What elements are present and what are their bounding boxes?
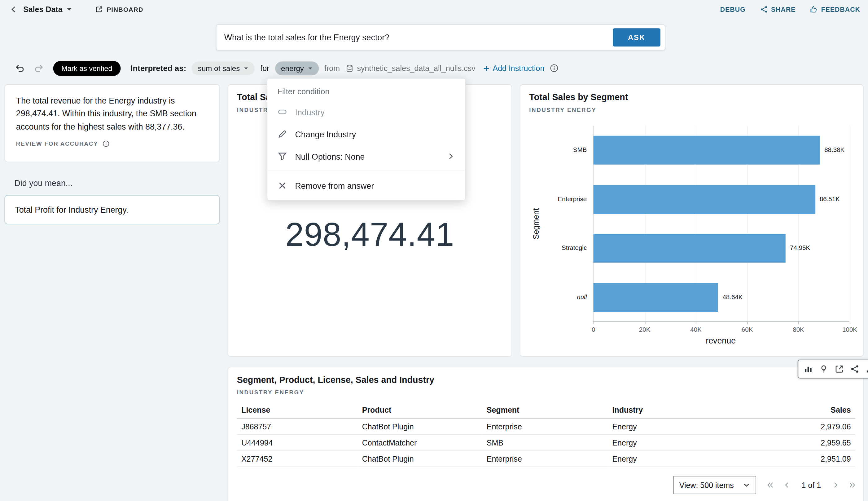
- did-you-mean-suggestion[interactable]: Total Profit for Industry Energy.: [4, 195, 220, 224]
- column-header-sales[interactable]: Sales: [767, 402, 855, 418]
- menu-item-null-options[interactable]: Null Options: None: [267, 145, 465, 167]
- table-cell: ChatBot Plugin: [358, 451, 482, 467]
- undo-button[interactable]: [13, 61, 26, 75]
- topbar-actions: DEBUG SHARE FEEDBACK: [720, 6, 860, 13]
- x-tick-label: 0: [592, 327, 595, 333]
- menu-item-label: Null Options: None: [295, 152, 365, 161]
- feedback-label: FEEDBACK: [821, 6, 860, 13]
- redo-button[interactable]: [32, 61, 45, 75]
- bar-strategic[interactable]: [594, 234, 785, 263]
- ask-bar: What is the total sales for the Energy s…: [216, 24, 666, 51]
- summary-card: The total revenue for the Energy industr…: [4, 84, 220, 162]
- interpretation-bar: Mark as verified Interpreted as: sum of …: [13, 60, 559, 77]
- share-icon[interactable]: [848, 362, 861, 376]
- category-label: Enterprise: [536, 195, 587, 202]
- table-cell: 2,979.06: [767, 418, 855, 435]
- mark-verified-button[interactable]: Mark as verified: [53, 61, 121, 76]
- x-axis-label: revenue: [706, 336, 736, 345]
- bar-null[interactable]: [594, 283, 718, 312]
- table-cell: X277452: [237, 451, 358, 467]
- metric-chip[interactable]: sum of sales: [192, 61, 255, 75]
- plus-icon: +: [483, 63, 490, 74]
- menu-item-change-industry[interactable]: Change Industry: [267, 123, 465, 145]
- view-items-select[interactable]: View: 500 items: [673, 476, 756, 494]
- column-header-industry[interactable]: Industry: [608, 402, 767, 418]
- menu-header: Filter condition: [267, 82, 465, 101]
- data-table: LicenseProductSegmentIndustrySales J8687…: [237, 402, 855, 467]
- prev-page-button[interactable]: [783, 481, 791, 489]
- info-icon[interactable]: [102, 140, 110, 147]
- export-icon[interactable]: [833, 362, 846, 376]
- menu-item-remove[interactable]: Remove from answer: [267, 174, 465, 196]
- lightbulb-icon[interactable]: [817, 362, 831, 376]
- feedback-button[interactable]: FEEDBACK: [810, 6, 860, 13]
- column-header-segment[interactable]: Segment: [482, 402, 608, 418]
- add-instruction-label: Add Instruction: [493, 64, 544, 73]
- chevron-down-icon: [743, 481, 750, 489]
- first-page-button[interactable]: [766, 481, 774, 489]
- x-tick-label: 20K: [639, 327, 650, 333]
- menu-item-label: Industry: [295, 107, 324, 117]
- ask-button[interactable]: ASK: [613, 28, 660, 46]
- axis-tick: [747, 321, 748, 324]
- debug-button[interactable]: DEBUG: [720, 6, 746, 13]
- review-label: REVIEW FOR ACCURACY: [16, 140, 98, 147]
- table-cell: Energy: [608, 435, 767, 451]
- table-cell: J868757: [237, 418, 358, 435]
- chevron-down-icon: [308, 66, 312, 71]
- table-card: Segment, Product, License, Sales and Ind…: [227, 367, 863, 501]
- category-label: SMB: [536, 146, 587, 153]
- table-cell: Energy: [608, 418, 767, 435]
- expand-icon[interactable]: [864, 362, 868, 376]
- bar-smb[interactable]: [594, 136, 820, 164]
- column-header-product[interactable]: Product: [358, 402, 482, 418]
- dataset-title: Sales Data: [23, 5, 63, 14]
- next-page-button[interactable]: [832, 481, 840, 489]
- pagination: 1 of 1: [766, 476, 856, 494]
- gridline: [850, 126, 850, 321]
- axis-tick: [696, 321, 697, 324]
- bar-enterprise[interactable]: [594, 185, 815, 214]
- page-indicator: 1 of 1: [799, 481, 823, 490]
- add-instruction-button[interactable]: + Add Instruction: [483, 63, 544, 74]
- value-label: 48.64K: [722, 294, 743, 300]
- pinboard-button[interactable]: PINBOARD: [95, 6, 143, 13]
- bar-plot: 020K40K60K80K100KSMB88.38KEnterprise86.5…: [593, 126, 849, 322]
- table-cell: Enterprise: [482, 451, 608, 467]
- value-label: 74.95K: [790, 245, 810, 251]
- back-button[interactable]: [8, 3, 20, 15]
- share-button[interactable]: SHARE: [760, 6, 795, 13]
- table-row[interactable]: X277452ChatBot PluginEnterpriseEnergy2,9…: [237, 451, 855, 467]
- interpreted-as-label: Interpreted as:: [130, 64, 186, 73]
- view-items-label: View: 500 items: [679, 481, 734, 490]
- chevron-left-icon: [10, 6, 18, 13]
- share-label: SHARE: [771, 6, 796, 13]
- app-root: Sales Data PINBOARD DEBUG SHARE FEEDBACK…: [0, 0, 868, 501]
- menu-item-label: Change Industry: [295, 129, 356, 139]
- menu-item-industry: Industry: [267, 101, 465, 123]
- table-body: J868757ChatBot PluginEnterpriseEnergy2,9…: [237, 418, 855, 467]
- axis-tick: [850, 321, 850, 324]
- chevron-right-icon: [446, 152, 455, 161]
- axis-tick: [594, 321, 594, 324]
- source-filename: synthetic_sales_data_all_nulls.csv: [357, 64, 475, 73]
- filter-chip[interactable]: energy: [275, 61, 319, 75]
- category-label: Strategic: [536, 245, 587, 251]
- pinboard-label: PINBOARD: [107, 6, 143, 13]
- question-input[interactable]: What is the total sales for the Energy s…: [224, 33, 613, 42]
- table-row[interactable]: J868757ChatBot PluginEnterpriseEnergy2,9…: [237, 418, 855, 435]
- field-icon: [277, 107, 287, 117]
- pencil-icon: [277, 129, 287, 139]
- chart-type-icon[interactable]: [802, 362, 815, 376]
- connector-text: for: [260, 64, 269, 73]
- database-icon: [345, 64, 354, 72]
- last-page-button[interactable]: [848, 481, 857, 489]
- value-label: 88.38K: [824, 146, 845, 153]
- table-row[interactable]: U444994ContactMatcherSMBEnergy2,959.65: [237, 435, 855, 451]
- undo-icon: [15, 63, 25, 73]
- category-label: null: [536, 294, 587, 300]
- dataset-selector[interactable]: Sales Data: [23, 5, 72, 14]
- column-header-license[interactable]: License: [237, 402, 358, 418]
- filter-icon: [277, 151, 287, 161]
- info-icon[interactable]: [550, 64, 559, 73]
